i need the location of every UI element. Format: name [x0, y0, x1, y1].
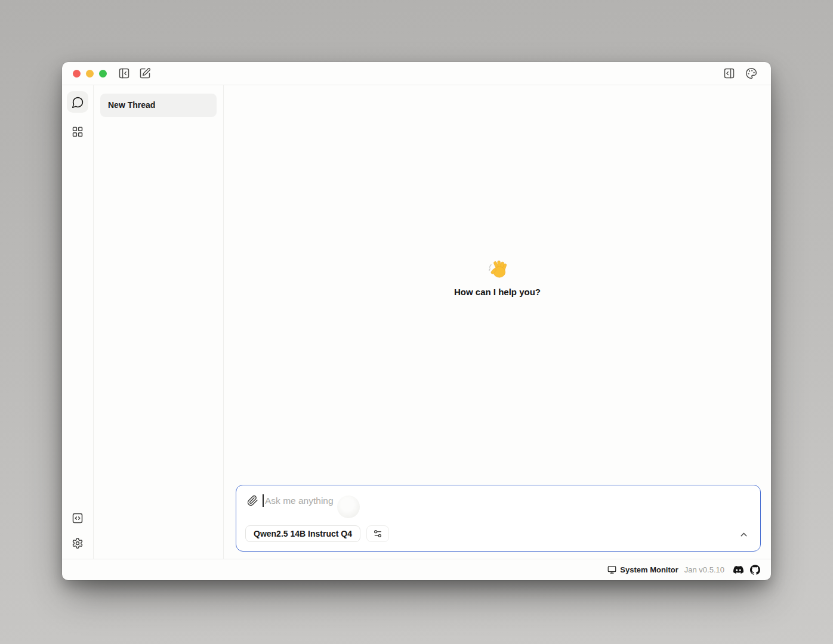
panel-left-toggle-icon[interactable]	[116, 66, 132, 81]
cursor-halo	[337, 496, 360, 518]
jan-app-window: New Thread	[62, 62, 771, 580]
titlebar	[62, 62, 771, 85]
thread-list-item[interactable]: New Thread	[100, 94, 217, 117]
code-square-icon	[72, 512, 84, 524]
left-rail	[62, 85, 94, 559]
theme-palette-icon[interactable]	[743, 66, 759, 81]
rail-item-settings[interactable]	[67, 532, 88, 554]
paperclip-icon	[247, 495, 258, 506]
new-thread-icon[interactable]	[137, 66, 153, 81]
panel-right-toggle-icon[interactable]	[721, 66, 737, 81]
collapse-composer-button[interactable]	[738, 528, 749, 540]
composer-toolbar: Qwen2.5 14B Instruct Q4	[245, 525, 389, 542]
chevron-up-icon	[739, 530, 749, 540]
monitor-icon	[607, 565, 616, 574]
rail-item-threads[interactable]	[67, 91, 88, 113]
discord-icon[interactable]	[733, 565, 743, 575]
rail-bottom	[67, 507, 88, 554]
desktop-background: { "titlebar": { "traffic_lights": { "clo…	[0, 0, 833, 644]
maximize-button[interactable]	[99, 70, 107, 78]
system-monitor-button[interactable]: System Monitor	[607, 565, 678, 574]
sliders-icon	[373, 529, 382, 538]
model-settings-button[interactable]	[366, 525, 389, 542]
gear-icon	[72, 537, 84, 549]
rail-item-local-api-server[interactable]	[67, 507, 88, 529]
traffic-lights	[73, 70, 107, 78]
waving-hand-emoji	[488, 259, 508, 280]
rail-top	[67, 91, 88, 143]
titlebar-right-actions	[721, 66, 759, 81]
message-input[interactable]	[265, 493, 492, 509]
model-selector[interactable]: Qwen2.5 14B Instruct Q4	[245, 525, 360, 542]
empty-state-greeting: How can I help you?	[224, 259, 771, 297]
close-button[interactable]	[73, 70, 81, 78]
app-version-label: Jan v0.5.10	[684, 565, 724, 574]
grid-icon	[72, 126, 84, 138]
system-monitor-label: System Monitor	[620, 565, 678, 574]
minimize-button[interactable]	[86, 70, 94, 78]
chat-bubble-icon	[72, 96, 84, 109]
window-body: New Thread	[62, 85, 771, 559]
github-icon[interactable]	[750, 565, 760, 575]
status-bar: System Monitor Jan v0.5.10	[62, 559, 771, 580]
attach-file-button[interactable]	[246, 494, 259, 507]
chat-composer: Qwen2.5 14B Instruct Q4	[236, 485, 761, 552]
greeting-text: How can I help you?	[224, 287, 771, 297]
main-content: How can I help you? Qwen2.5 14B Instruct…	[224, 85, 771, 559]
thread-list-panel: New Thread	[94, 85, 224, 559]
titlebar-left-actions	[116, 66, 153, 81]
text-caret	[263, 494, 264, 507]
rail-item-hub[interactable]	[67, 121, 88, 143]
